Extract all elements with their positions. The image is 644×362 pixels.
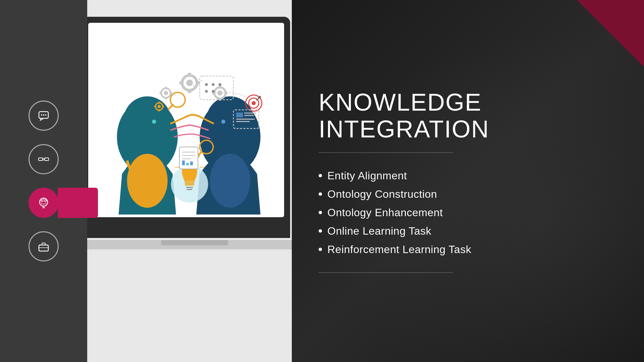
laptop-trackpad <box>161 240 228 245</box>
svg-rect-53 <box>224 92 227 95</box>
sidebar-icon-briefcase[interactable] <box>29 231 59 261</box>
svg-rect-71 <box>236 113 243 117</box>
svg-line-55 <box>169 105 173 109</box>
bullet-dot-2 <box>319 192 322 196</box>
svg-point-14 <box>41 200 42 201</box>
bullet-dot-1 <box>319 174 322 177</box>
title-line2: INTEGRATION <box>319 116 489 142</box>
svg-point-11 <box>43 198 44 200</box>
svg-rect-84 <box>158 102 160 104</box>
svg-point-9 <box>41 200 43 202</box>
divider-bottom <box>319 273 453 273</box>
sidebar <box>0 0 87 362</box>
svg-point-2 <box>43 114 44 116</box>
svg-rect-73 <box>244 115 254 116</box>
laptop-screen <box>88 23 284 217</box>
svg-point-23 <box>206 97 254 144</box>
svg-point-81 <box>212 90 215 93</box>
bullet-text-2: Ontology Construction <box>327 188 437 200</box>
list-item-1: Entity Alignment <box>319 170 617 182</box>
svg-rect-75 <box>236 121 250 122</box>
svg-point-60 <box>252 101 256 105</box>
laptop-base <box>80 240 309 249</box>
svg-rect-67 <box>182 161 185 165</box>
svg-point-79 <box>219 83 221 86</box>
laptop-wrapper <box>80 17 292 342</box>
bullet-dot-3 <box>319 211 322 214</box>
svg-rect-63 <box>179 147 198 169</box>
svg-rect-86 <box>154 106 156 107</box>
right-panel: KNOWLEDGE INTEGRATION Entity Alignment O… <box>292 0 644 362</box>
svg-point-80 <box>205 90 208 93</box>
svg-point-78 <box>212 83 215 86</box>
svg-point-37 <box>186 79 193 86</box>
bullet-dot-5 <box>319 248 322 251</box>
list-item-2: Ontology Construction <box>319 188 617 200</box>
list-item-5: Reinforcement Learning Task <box>319 243 617 256</box>
svg-point-26 <box>127 154 168 208</box>
list-item-4: Online Learning Task <box>319 225 617 237</box>
list-item-3: Ontology Enhancement <box>319 206 617 219</box>
svg-rect-4 <box>39 158 43 161</box>
svg-rect-68 <box>186 163 189 165</box>
svg-point-15 <box>46 200 46 201</box>
svg-point-1 <box>41 114 42 116</box>
svg-point-27 <box>210 154 250 208</box>
svg-point-3 <box>45 114 46 116</box>
divider-top <box>319 153 453 153</box>
svg-rect-38 <box>188 73 191 77</box>
svg-rect-44 <box>165 86 167 89</box>
sidebar-icon-flow[interactable] <box>29 144 59 174</box>
svg-rect-85 <box>158 109 160 111</box>
svg-rect-87 <box>162 106 164 107</box>
svg-point-21 <box>152 120 156 124</box>
bullet-dot-4 <box>319 229 322 233</box>
svg-point-43 <box>164 91 168 95</box>
svg-rect-39 <box>188 89 191 93</box>
left-panel <box>0 0 292 362</box>
main-title: KNOWLEDGE INTEGRATION <box>319 89 617 142</box>
svg-rect-46 <box>160 92 162 94</box>
bullet-text-5: Reinforcement Learning Task <box>327 243 471 256</box>
svg-rect-74 <box>236 119 255 120</box>
bullet-text-1: Entity Alignment <box>327 170 407 182</box>
svg-rect-45 <box>165 97 167 99</box>
svg-rect-72 <box>244 113 256 114</box>
svg-rect-16 <box>39 245 48 251</box>
title-line1: KNOWLEDGE <box>319 89 482 116</box>
svg-point-77 <box>205 83 208 86</box>
svg-point-10 <box>44 200 46 202</box>
bullet-list: Entity Alignment Ontology Construction O… <box>319 170 617 256</box>
svg-rect-5 <box>45 158 49 161</box>
svg-rect-69 <box>190 162 193 165</box>
svg-rect-40 <box>179 81 183 84</box>
laptop-outer <box>82 17 290 238</box>
sidebar-icon-brain[interactable] <box>29 188 59 218</box>
svg-point-83 <box>158 105 161 108</box>
right-content: KNOWLEDGE INTEGRATION Entity Alignment O… <box>319 89 617 273</box>
sidebar-icon-chat[interactable] <box>29 101 59 131</box>
svg-rect-47 <box>170 92 172 94</box>
bullet-text-3: Ontology Enhancement <box>327 206 443 219</box>
svg-point-24 <box>221 120 225 124</box>
bullet-text-4: Online Learning Task <box>327 225 431 237</box>
